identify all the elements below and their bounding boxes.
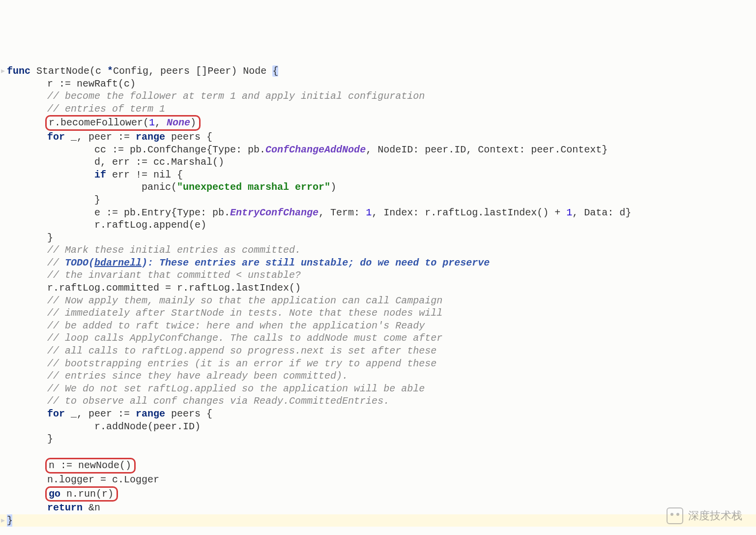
code-line: d, err := cc.Marshal() [0, 156, 224, 168]
comment: // We do not set raftLog.applied so the … [0, 383, 425, 394]
todo-marker: TODO( [65, 257, 94, 268]
comment: // bootstrapping entries (it is an error… [0, 358, 436, 369]
comment: // all calls to raftLog.append so progre… [0, 345, 436, 357]
keyword-return: return [47, 502, 83, 513]
comment: // Now apply them, mainly so that the ap… [0, 295, 442, 306]
wechat-icon [667, 507, 683, 524]
fold-gutter-icon[interactable]: ▸ [0, 514, 7, 527]
code-line: } [0, 433, 53, 445]
keyword-range: range [136, 408, 165, 419]
comment: // Mark these initial entries as committ… [0, 244, 301, 256]
comment: // entries of term 1 [0, 103, 165, 115]
comment: // be added to raft twice: here and when… [0, 320, 425, 331]
code-line: } [0, 232, 53, 243]
comment: // entries since they have already been … [0, 370, 348, 382]
code-line: r.raftLog.append(e) [0, 219, 206, 231]
keyword-if: if [94, 169, 106, 180]
highlight-box-new-node: n := newNode() [45, 458, 136, 474]
keyword-range: range [136, 131, 165, 143]
keyword-go: go [49, 488, 60, 500]
keyword-for: for [47, 131, 65, 143]
comment: // the invariant that committed < unstab… [0, 269, 301, 281]
cursor-line[interactable]: ▸} [0, 514, 756, 527]
comment: // to observe all conf changes via Ready… [0, 395, 389, 407]
fold-gutter-icon[interactable]: ▸ [0, 65, 7, 78]
watermark-text: 深度技术栈 [688, 509, 742, 523]
keyword-func: func [7, 65, 30, 77]
keyword-for: for [47, 408, 65, 419]
code-line: r.addNode(peer.ID) [0, 421, 201, 432]
code-line: } [0, 194, 100, 206]
highlight-box-become-follower: r.becomeFollower(1, None) [45, 115, 201, 131]
selected-brace: { [272, 65, 278, 77]
code-line: r := newRaft(c) [0, 78, 136, 89]
watermark: 深度技术栈 [667, 507, 742, 524]
comment: // become the follower at term 1 and app… [0, 90, 425, 102]
matching-brace: } [7, 514, 12, 527]
code-line: n.logger = c.Logger [0, 474, 159, 485]
identifier-entryconfchange: EntryConfChange [230, 207, 319, 218]
code-block[interactable]: ▸func StartNode(c *Config, peers []Peer)… [0, 50, 756, 530]
comment: // immediately after StartNode in tests.… [0, 307, 442, 319]
func-name: StartNode [36, 65, 89, 77]
comment: // loop calls ApplyConfChange. The calls… [0, 332, 442, 344]
identifier-confchangeaddnode: ConfChangeAddNode [265, 144, 366, 155]
string-literal: "unexpected marshal error" [177, 181, 330, 193]
highlight-box-go-run: go n.run(r) [45, 486, 118, 502]
code-line: r.raftLog.committed = r.raftLog.lastInde… [0, 282, 301, 294]
